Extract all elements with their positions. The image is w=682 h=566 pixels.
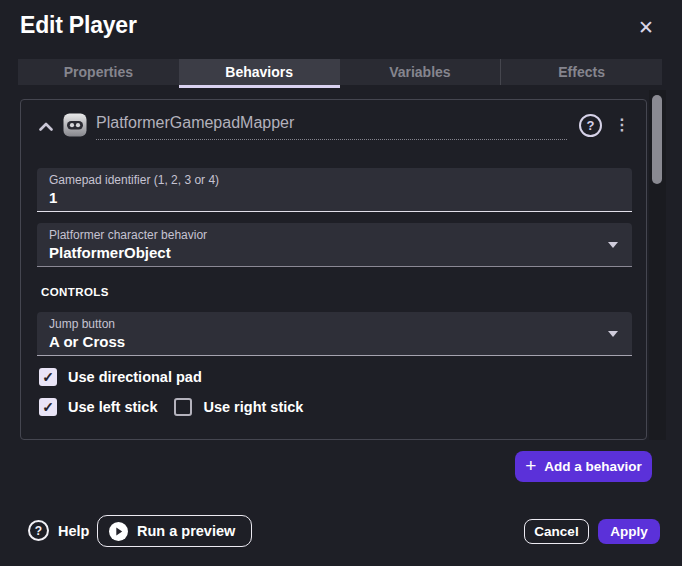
run-preview-label: Run a preview bbox=[137, 523, 235, 539]
tab-bar: Properties Behaviors Variables Effects bbox=[18, 59, 662, 85]
tab-variables[interactable]: Variables bbox=[340, 59, 501, 85]
checkbox-row: ✓ Use directional pad bbox=[39, 368, 202, 386]
behavior-name-field[interactable]: PlatformerGamepadMapper bbox=[96, 114, 567, 140]
behavior-card-header: PlatformerGamepadMapper ? ⋮ bbox=[37, 112, 630, 142]
play-icon bbox=[109, 522, 128, 541]
use-left-stick-checkbox[interactable]: ✓ bbox=[39, 398, 57, 416]
apply-button[interactable]: Apply bbox=[598, 519, 660, 544]
tab-effects[interactable]: Effects bbox=[500, 59, 662, 85]
page-title: Edit Player bbox=[20, 12, 137, 39]
check-icon: ✓ bbox=[42, 400, 54, 414]
scrollbar-thumb[interactable] bbox=[652, 95, 662, 184]
character-behavior-value: PlatformerObject bbox=[49, 244, 620, 261]
run-preview-button[interactable]: Run a preview bbox=[97, 515, 252, 547]
use-directional-pad-label[interactable]: Use directional pad bbox=[68, 369, 202, 385]
use-right-stick-label[interactable]: Use right stick bbox=[203, 399, 303, 415]
help-label: Help bbox=[58, 523, 89, 539]
add-behavior-button[interactable]: + Add a behavior bbox=[515, 451, 652, 482]
help-icon: ? bbox=[28, 520, 49, 541]
add-behavior-label: Add a behavior bbox=[544, 459, 642, 474]
tab-behaviors[interactable]: Behaviors bbox=[179, 59, 340, 85]
close-icon[interactable]: ✕ bbox=[636, 17, 656, 37]
more-options-icon[interactable]: ⋮ bbox=[614, 115, 630, 134]
cancel-button[interactable]: Cancel bbox=[524, 519, 589, 544]
gamepad-identifier-label: Gamepad identifier (1, 2, 3 or 4) bbox=[49, 173, 620, 187]
controls-section-label: CONTROLS bbox=[41, 286, 109, 298]
behavior-card: PlatformerGamepadMapper ? ⋮ Gamepad iden… bbox=[20, 99, 647, 440]
plus-icon: + bbox=[525, 456, 536, 475]
jump-button-value: A or Cross bbox=[49, 333, 620, 350]
gamepad-icon bbox=[63, 113, 87, 137]
help-button[interactable]: ? Help bbox=[28, 519, 89, 542]
use-right-stick-checkbox[interactable] bbox=[174, 398, 192, 416]
check-icon: ✓ bbox=[42, 370, 54, 384]
use-directional-pad-checkbox[interactable]: ✓ bbox=[39, 368, 57, 386]
tab-properties[interactable]: Properties bbox=[18, 59, 179, 85]
checkbox-row: ✓ Use left stick Use right stick bbox=[39, 398, 303, 416]
gamepad-identifier-value: 1 bbox=[49, 189, 620, 206]
collapse-chevron-icon[interactable] bbox=[37, 114, 55, 138]
jump-button-label: Jump button bbox=[49, 317, 620, 331]
apply-label: Apply bbox=[610, 524, 648, 539]
dropdown-arrow-icon bbox=[608, 331, 618, 337]
character-behavior-label: Platformer character behavior bbox=[49, 228, 620, 242]
use-left-stick-label[interactable]: Use left stick bbox=[68, 399, 157, 415]
dropdown-arrow-icon bbox=[608, 242, 618, 248]
behavior-help-icon[interactable]: ? bbox=[579, 114, 602, 137]
character-behavior-select[interactable]: Platformer character behavior Platformer… bbox=[37, 223, 632, 267]
gamepad-identifier-field[interactable]: Gamepad identifier (1, 2, 3 or 4) 1 bbox=[37, 168, 632, 212]
cancel-label: Cancel bbox=[534, 524, 578, 539]
jump-button-select[interactable]: Jump button A or Cross bbox=[37, 312, 632, 356]
